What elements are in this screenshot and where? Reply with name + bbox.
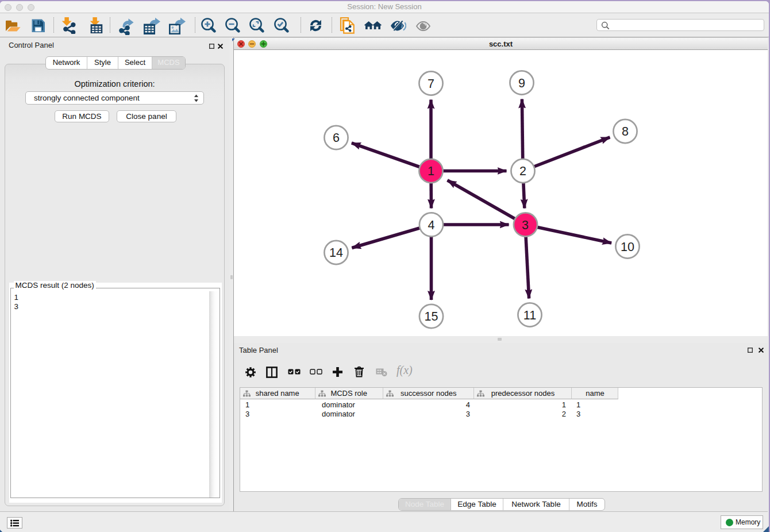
svg-text:11: 11 bbox=[523, 309, 536, 322]
svg-text:8: 8 bbox=[622, 125, 629, 138]
svg-text:4: 4 bbox=[428, 218, 435, 232]
svg-text:15: 15 bbox=[425, 310, 438, 323]
svg-text:1: 1 bbox=[428, 164, 434, 178]
svg-text:3: 3 bbox=[522, 218, 529, 232]
svg-text:14: 14 bbox=[329, 246, 343, 260]
svg-text:10: 10 bbox=[621, 240, 634, 254]
svg-text:6: 6 bbox=[333, 131, 340, 145]
svg-text:7: 7 bbox=[428, 77, 434, 91]
svg-text:2: 2 bbox=[519, 164, 526, 178]
svg-text:9: 9 bbox=[518, 76, 525, 90]
